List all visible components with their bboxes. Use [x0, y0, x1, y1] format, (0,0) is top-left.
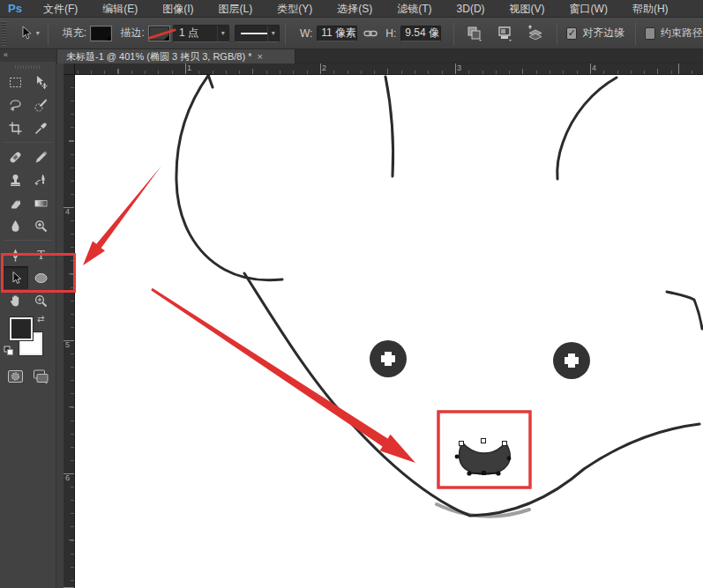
link-wh-icon[interactable] [363, 29, 378, 38]
path-arrange-icon [526, 25, 545, 42]
tool-path-select[interactable] [3, 266, 28, 289]
document-area: 未标题-1 @ 401% (椭圆 3 拷贝 3, RGB/8) * × 1 2 … [56, 49, 703, 588]
blur-drop-icon [8, 219, 23, 234]
stroke-width-value: 1 点 [179, 26, 198, 41]
tool-clone-stamp[interactable] [3, 168, 28, 191]
type-icon: T [34, 248, 49, 263]
menu-select[interactable]: 选择(S) [325, 0, 385, 18]
tool-blur[interactable] [3, 214, 28, 237]
tool-crop[interactable] [3, 116, 28, 139]
menu-type[interactable]: 类型(Y) [265, 0, 325, 18]
left-ear-right-arc [385, 77, 393, 176]
gradient-icon [34, 196, 49, 211]
width-label: W: [300, 27, 312, 40]
constrain-path-label[interactable]: 约束路径 [661, 26, 703, 41]
tool-lasso[interactable] [3, 93, 28, 116]
menu-3d[interactable]: 3D(D) [445, 0, 497, 18]
tool-gradient[interactable] [28, 191, 54, 214]
eyes [370, 340, 590, 379]
separator [557, 22, 557, 45]
close-tab-icon[interactable]: × [257, 51, 262, 62]
chain-link-icon [363, 29, 378, 38]
move-icon [34, 75, 49, 90]
fill-color-swatch[interactable]: ◢ [91, 26, 111, 41]
annotation-arrow-to-nose [151, 288, 415, 463]
screen-mode-button[interactable] [33, 368, 49, 388]
path-alignment-button[interactable] [496, 25, 513, 42]
canvas[interactable] [75, 75, 703, 588]
tool-type[interactable]: T [28, 243, 54, 266]
tool-move[interactable] [28, 71, 54, 93]
tools-panel: « [0, 49, 56, 588]
vertical-ruler[interactable]: 4 5 6 [64, 75, 75, 588]
constrain-path-checkbox[interactable] [645, 27, 655, 40]
options-grip[interactable] [1, 21, 6, 46]
tools-panel-collapse[interactable]: « [0, 49, 56, 62]
mini-swatch-icon [4, 346, 14, 356]
shape-height-field[interactable]: 9.54 像 [400, 26, 441, 41]
path-select-tool-icon [16, 26, 34, 41]
tool-zoom[interactable] [28, 289, 54, 312]
tool-ellipse-shape[interactable] [28, 266, 54, 289]
path-arrange-button[interactable] [526, 25, 545, 42]
tool-preset-picker[interactable]: ▾ [13, 24, 42, 43]
tools-panel-grip[interactable] [15, 65, 41, 69]
crop-icon [8, 121, 23, 136]
ruler-number: 6 [65, 473, 70, 482]
stroke-color-swatch[interactable]: ◢ [149, 26, 169, 41]
eraser-icon [8, 196, 23, 211]
dodge-icon [34, 219, 49, 234]
ruler-number: 2 [322, 63, 326, 72]
tool-healing-brush[interactable] [3, 145, 28, 168]
path-select-arrow-icon [8, 271, 23, 286]
menu-filter[interactable]: 滤镜(T) [385, 0, 444, 18]
tool-pen[interactable] [3, 243, 28, 266]
document-tab-bar: 未标题-1 @ 401% (椭圆 3 拷贝 3, RGB/8) * × [56, 49, 703, 63]
document-tab[interactable]: 未标题-1 @ 401% (椭圆 3 拷贝 3, RGB/8) * × [57, 49, 295, 63]
tool-dodge[interactable] [28, 214, 54, 237]
ruler-number: 1 [187, 63, 191, 72]
stroke-width-dropdown[interactable]: 1 点 ▾ [173, 25, 229, 42]
tool-eraser[interactable] [3, 191, 28, 214]
menu-edit[interactable]: 编辑(E) [90, 0, 150, 18]
tool-quick-select[interactable] [28, 93, 54, 116]
horizontal-ruler[interactable]: 1 2 3 4 [75, 63, 703, 75]
tool-eyedropper[interactable] [28, 116, 54, 139]
tool-options-bar: ▾ 填充: ◢ 描边: ◢ 1 点 ▾ ▾ W: 11 像素 H: 9.54 像 [0, 18, 703, 49]
ruler-origin-box[interactable] [64, 63, 75, 75]
path-alignment-icon [496, 25, 513, 42]
tool-rect-marquee[interactable] [3, 71, 28, 93]
separator [48, 22, 49, 45]
default-colors-icon[interactable] [4, 344, 14, 360]
healing-brush-icon [8, 150, 23, 165]
marquee-icon [8, 75, 23, 90]
stroke-style-dropdown[interactable]: ▾ [235, 25, 280, 42]
menu-window[interactable]: 窗口(W) [557, 0, 620, 18]
annotation-arrow-to-tool [83, 166, 161, 265]
menu-image[interactable]: 图像(I) [150, 0, 206, 18]
path-operations-button[interactable] [466, 25, 483, 42]
menu-help[interactable]: 帮助(H) [620, 0, 681, 18]
ruler-number: 4 [592, 63, 596, 72]
color-swatches: ⇄ [0, 316, 56, 361]
right-ear-left-arc [557, 78, 617, 179]
foreground-color-swatch[interactable] [10, 317, 33, 340]
align-edges-label[interactable]: 对齐边缘 [582, 26, 624, 41]
divider [4, 142, 52, 143]
swap-colors-icon[interactable]: ⇄ [37, 314, 44, 324]
path-operations-icon [466, 25, 483, 42]
swatch-caret-icon: ◢ [164, 35, 168, 41]
shape-width-field[interactable]: 11 像素 [317, 26, 357, 41]
tool-history-brush[interactable] [28, 168, 54, 191]
quick-mask-button[interactable] [7, 368, 24, 388]
menu-layer[interactable]: 图层(L) [206, 0, 265, 18]
annotations [83, 166, 530, 488]
nose-highlight-box [438, 412, 530, 488]
align-edges-checkbox[interactable]: ✓ [566, 27, 577, 40]
menu-file[interactable]: 文件(F) [31, 0, 90, 18]
tool-pencil[interactable] [28, 145, 54, 168]
chevron-down-icon: ▾ [217, 26, 228, 41]
tool-hand[interactable] [3, 289, 28, 312]
menu-view[interactable]: 视图(V) [497, 0, 557, 18]
quick-select-icon [34, 98, 49, 113]
